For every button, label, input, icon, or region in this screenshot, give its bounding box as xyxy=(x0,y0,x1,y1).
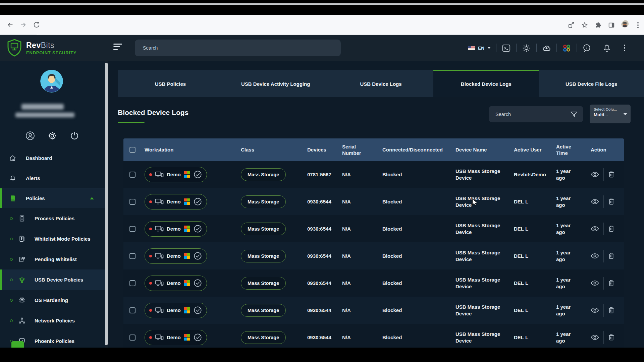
sidebar: DashboardAlertsPoliciesProcess PoliciesW… xyxy=(0,61,105,348)
profile-button[interactable] xyxy=(24,130,36,141)
sidebar-item-network-policies[interactable]: Network Policies xyxy=(0,310,105,331)
row-checkbox[interactable] xyxy=(129,226,136,232)
workstation-monitor-icon xyxy=(155,334,164,341)
browser-back-button[interactable] xyxy=(5,20,15,30)
terminal-icon[interactable] xyxy=(502,44,511,53)
browser-refresh-button[interactable] xyxy=(32,20,42,30)
view-eye-icon[interactable] xyxy=(591,199,599,204)
settings-gear-button[interactable] xyxy=(47,130,58,141)
active-user: DEL L xyxy=(514,253,528,259)
policies-icon xyxy=(9,195,16,202)
class-pill: Mass Storage xyxy=(241,304,286,317)
sidebar-item-policies[interactable]: Policies xyxy=(0,188,105,208)
tab-usb-device-logs[interactable]: USB Device Logs xyxy=(328,70,434,97)
delete-trash-icon[interactable] xyxy=(608,280,614,287)
divider xyxy=(603,168,604,181)
serial-number-value: N/A xyxy=(342,172,351,177)
side-panel-icon[interactable] xyxy=(608,21,615,29)
sidebar-item-usb-device-policies[interactable]: USB Device Policies xyxy=(0,269,105,290)
browser-profile-avatar[interactable] xyxy=(621,20,631,30)
divider xyxy=(603,277,604,290)
delete-trash-icon[interactable] xyxy=(608,198,614,205)
tab-usb-device-file-logs[interactable]: USB Device File Logs xyxy=(539,70,644,97)
view-eye-icon[interactable] xyxy=(591,253,599,259)
delete-trash-icon[interactable] xyxy=(608,171,614,178)
select-all-checkbox[interactable] xyxy=(129,147,136,153)
app-header: RevBits ENDPOINT SECURITY EN xyxy=(0,35,644,61)
workstation-pill[interactable]: Demo xyxy=(145,221,207,237)
device-name: USB Mass Storage Device xyxy=(455,168,506,181)
delete-trash-icon[interactable] xyxy=(608,334,614,341)
view-eye-icon[interactable] xyxy=(591,226,599,232)
active-time: 1 year ago xyxy=(556,222,576,236)
menu-toggle-icon[interactable] xyxy=(113,44,124,52)
chevron-down-icon xyxy=(487,47,491,49)
sidebar-item-whitelist-mode-policies[interactable]: Whitelist Mode Policies xyxy=(0,229,105,249)
browser-menu-icon[interactable] xyxy=(637,22,639,28)
cloud-download-icon[interactable] xyxy=(542,44,551,53)
theme-sun-icon[interactable] xyxy=(522,44,531,53)
workstation-pill[interactable]: Demo xyxy=(145,248,207,264)
workstation-monitor-icon xyxy=(155,171,164,178)
tab-blocked-device-logs[interactable]: Blocked Device Logs xyxy=(433,70,539,97)
user-avatar[interactable] xyxy=(40,70,63,93)
view-eye-icon[interactable] xyxy=(591,172,599,177)
workstation-pill[interactable]: Demo xyxy=(145,330,207,345)
apps-grid-icon[interactable] xyxy=(562,44,571,53)
filter-funnel-icon[interactable] xyxy=(570,110,578,118)
row-checkbox[interactable] xyxy=(129,253,136,259)
workstation-name: Demo xyxy=(167,172,181,177)
workstation-pill[interactable]: Demo xyxy=(145,303,207,318)
table-search-input[interactable] xyxy=(489,112,570,117)
browser-window-top-edge xyxy=(0,3,644,5)
status-dot-icon xyxy=(149,255,152,257)
network-icon xyxy=(18,317,26,324)
workstation-pill[interactable]: Demo xyxy=(145,194,207,209)
sidebar-item-dashboard[interactable]: Dashboard xyxy=(0,148,105,168)
extensions-puzzle-icon[interactable] xyxy=(594,21,602,29)
us-flag-icon xyxy=(468,46,475,50)
row-checkbox[interactable] xyxy=(129,199,136,205)
delete-trash-icon[interactable] xyxy=(608,307,614,314)
more-options-icon[interactable] xyxy=(623,45,627,51)
active-user: DEL L xyxy=(514,307,528,313)
notifications-bell-icon[interactable] xyxy=(602,44,611,53)
share-icon[interactable] xyxy=(568,21,575,29)
logout-power-button[interactable] xyxy=(69,130,80,141)
column-label: Workstation xyxy=(145,146,173,153)
status-dot-icon xyxy=(149,200,152,203)
row-checkbox[interactable] xyxy=(129,335,136,341)
tab-usb-policies[interactable]: USB Policies xyxy=(118,70,223,97)
sidebar-item-alerts[interactable]: Alerts xyxy=(0,168,105,188)
scrollbar-thumb[interactable] xyxy=(105,63,108,345)
view-eye-icon[interactable] xyxy=(591,335,599,340)
tab-bar: USB PoliciesUSB Device Activity LoggingU… xyxy=(118,70,644,97)
global-search-input[interactable] xyxy=(135,40,341,56)
sidebar-item-os-hardening[interactable]: OS Hardening xyxy=(0,290,105,310)
tab-usb-device-activity-logging[interactable]: USB Device Activity Logging xyxy=(223,70,328,97)
row-checkbox[interactable] xyxy=(129,280,136,286)
sidebar-item-process-policies[interactable]: Process Policies xyxy=(0,208,105,229)
sidebar-item-pending-whitelist[interactable]: Pending Whitelist xyxy=(0,249,105,269)
active-time: 1 year ago xyxy=(556,277,576,290)
divider xyxy=(603,223,604,235)
delete-trash-icon[interactable] xyxy=(608,225,614,232)
sidebar-footer-chip[interactable] xyxy=(11,341,24,348)
workstation-pill[interactable]: Demo xyxy=(145,276,207,291)
bookmark-star-icon[interactable] xyxy=(581,21,588,29)
row-checkbox[interactable] xyxy=(129,307,136,313)
language-selector[interactable]: EN xyxy=(468,46,491,51)
info-chat-icon[interactable] xyxy=(582,44,591,53)
delete-trash-icon[interactable] xyxy=(608,252,614,259)
divider xyxy=(556,44,557,52)
device-name: USB Mass Storage Device xyxy=(455,331,506,344)
workstation-pill[interactable]: Demo xyxy=(145,167,207,182)
view-eye-icon[interactable] xyxy=(591,280,599,286)
content-scrollbar[interactable] xyxy=(105,61,108,348)
row-checkbox[interactable] xyxy=(129,172,136,178)
browser-forward-button[interactable] xyxy=(18,20,28,30)
select-columns-dropdown[interactable]: Select Colu... Multi... xyxy=(590,105,631,123)
class-pill: Mass Storage xyxy=(241,331,286,344)
serial-number-value: N/A xyxy=(342,253,351,259)
view-eye-icon[interactable] xyxy=(591,307,599,313)
